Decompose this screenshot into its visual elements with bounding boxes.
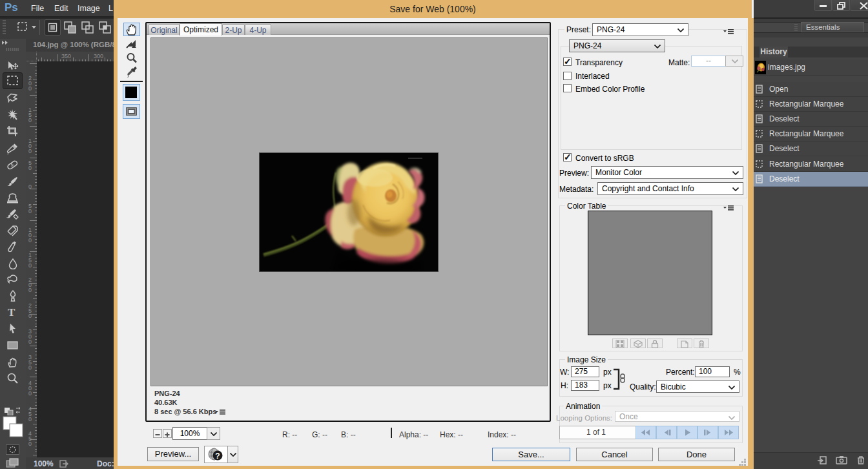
svg-text:?: ? — [215, 452, 220, 461]
